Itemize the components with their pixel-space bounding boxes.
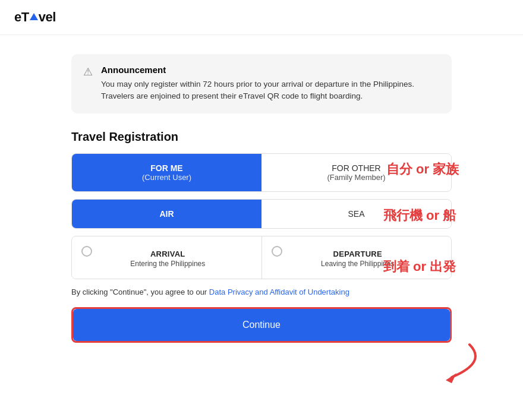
for-me-sub: (Current User)	[79, 173, 254, 182]
logo-triangle-icon	[30, 13, 38, 20]
arrival-label-main: ARRIVAL	[150, 250, 185, 258]
continue-button-wrapper: Continue	[71, 307, 452, 343]
header: eTvel	[0, 0, 523, 35]
departure-label-sub: Leaving the Philippines	[321, 260, 394, 268]
logo-e: eT	[14, 10, 29, 24]
logo: eTvel	[14, 10, 509, 25]
for-me-label: FOR ME	[150, 163, 182, 173]
privacy-prefix: By clicking "Continue", you agree to our	[71, 288, 209, 296]
announcement-content: Announcement You may only register withi…	[101, 65, 440, 103]
privacy-text: By clicking "Continue", you agree to our…	[71, 286, 452, 298]
for-other-label: FOR OTHER	[332, 163, 380, 173]
main-content: ⚠ Announcement You may only register wit…	[0, 35, 523, 362]
continue-button[interactable]: Continue	[73, 309, 450, 341]
announcement-title: Announcement	[101, 65, 440, 75]
departure-label-main: DEPARTURE	[333, 250, 382, 258]
departure-radio-circle	[272, 246, 282, 257]
svg-marker-0	[446, 373, 456, 383]
traveler-toggle-row: FOR ME (Current User) FOR OTHER (Family …	[71, 153, 452, 192]
sea-button[interactable]: SEA	[262, 200, 451, 228]
section-title: Travel Registration	[71, 130, 452, 144]
logo-travel: vel	[39, 10, 56, 24]
arrival-radio-circle	[81, 246, 92, 257]
transport-toggle-row: AIR SEA	[71, 199, 452, 229]
announcement-box: ⚠ Announcement You may only register wit…	[71, 54, 452, 113]
arrival-label-sub: Entering the Philippines	[130, 260, 205, 268]
air-button[interactable]: AIR	[72, 200, 262, 228]
direction-radio-row: ARRIVAL Entering the Philippines DEPARTU…	[71, 236, 452, 279]
for-other-sub: (Family Member)	[269, 173, 444, 182]
announcement-text: You may only register within 72 hours pr…	[101, 78, 440, 103]
sea-label: SEA	[348, 209, 364, 219]
for-me-button[interactable]: FOR ME (Current User)	[72, 154, 262, 191]
departure-option[interactable]: DEPARTURE Leaving the Philippines	[262, 236, 452, 279]
warning-icon: ⚠	[83, 65, 93, 103]
arrival-option[interactable]: ARRIVAL Entering the Philippines	[72, 236, 262, 279]
privacy-link[interactable]: Data Privacy and Affidavit of Undertakin…	[209, 288, 349, 296]
air-label: AIR	[159, 209, 174, 219]
for-other-button[interactable]: FOR OTHER (Family Member)	[262, 154, 451, 191]
